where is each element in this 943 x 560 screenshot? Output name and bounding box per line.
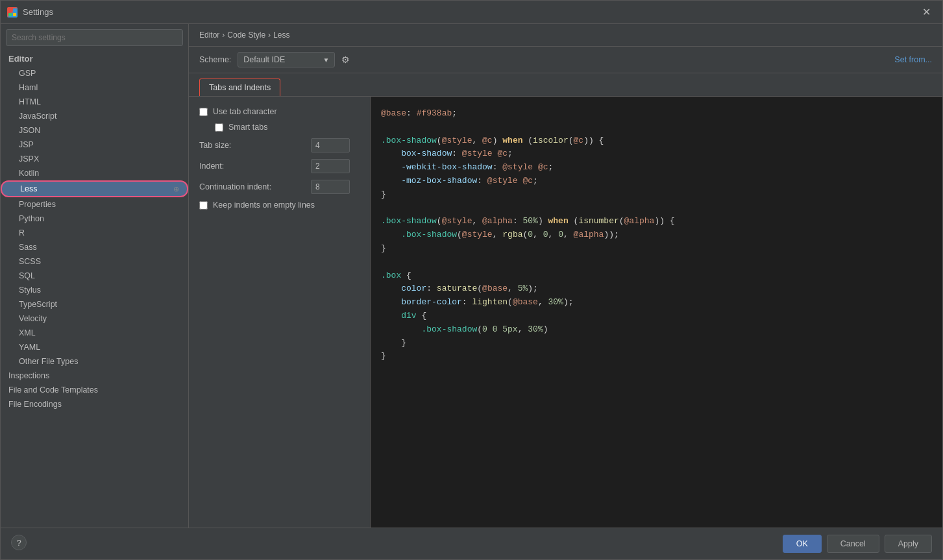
indent-input[interactable] <box>311 159 350 173</box>
sidebar-item-less[interactable]: Less ⊕ <box>1 180 188 197</box>
sidebar-group-editor[interactable]: Editor <box>1 51 188 66</box>
use-tab-character-row: Use tab character <box>199 107 360 116</box>
smart-tabs-checkbox[interactable] <box>215 123 223 132</box>
sidebar-item-file-and-code-templates[interactable]: File and Code Templates ⊕ <box>1 383 188 397</box>
code-line-blank-3 <box>381 256 932 269</box>
sidebar-item-haml[interactable]: Haml ⊕ <box>1 80 188 95</box>
tabs-bar: Tabs and Indents <box>189 73 942 97</box>
svg-rect-1 <box>13 8 16 12</box>
code-line-19: } <box>381 350 932 363</box>
sidebar: Editor GSP ⊕ Haml ⊕ HTML ⊕ JavaScript ⊕ <box>1 24 189 528</box>
use-tab-character-label: Use tab character <box>213 107 277 116</box>
sidebar-item-stylus[interactable]: Stylus ⊕ <box>1 283 188 297</box>
sidebar-list: Editor GSP ⊕ Haml ⊕ HTML ⊕ JavaScript ⊕ <box>1 51 188 528</box>
smart-tabs-row: Smart tabs <box>199 123 360 132</box>
code-line-15: border-color: lighten(@base, 30%); <box>381 296 932 310</box>
content-area: Use tab character Smart tabs Tab size: I… <box>189 97 942 528</box>
code-line-10: .box-shadow(@style, rgba(0, 0, 0, @alpha… <box>381 228 932 242</box>
code-line-14: color: saturate(@base, 5%); <box>381 282 932 296</box>
set-from-link[interactable]: Set from... <box>894 55 932 64</box>
code-line-16: div { <box>381 310 932 323</box>
breadcrumb-less: Less <box>273 30 289 40</box>
sidebar-item-yaml[interactable]: YAML ⊕ <box>1 340 188 354</box>
svg-rect-0 <box>8 8 12 12</box>
close-button[interactable]: ✕ <box>917 3 936 21</box>
code-line-17: .box-shadow(0 0 5px, 30%) <box>381 323 932 337</box>
dialog-body: Editor GSP ⊕ Haml ⊕ HTML ⊕ JavaScript ⊕ <box>1 24 942 528</box>
breadcrumb-sep-2: › <box>268 30 271 40</box>
sidebar-item-velocity[interactable]: Velocity ⊕ <box>1 311 188 326</box>
code-line-18: } <box>381 337 932 350</box>
code-line-blank-1 <box>381 121 932 134</box>
sidebar-item-sass[interactable]: Sass ⊕ <box>1 240 188 254</box>
sidebar-item-jsp[interactable]: JSP ⊕ <box>1 138 188 152</box>
smart-tabs-label: Smart tabs <box>228 123 267 132</box>
continuation-indent-input[interactable] <box>311 180 350 194</box>
sidebar-item-sql[interactable]: SQL ⊕ <box>1 269 188 283</box>
indent-label: Indent: <box>199 162 303 171</box>
sidebar-item-javascript[interactable]: JavaScript ⊕ <box>1 109 188 123</box>
dialog-footer: ? OK Cancel Apply <box>1 528 942 559</box>
title-bar: Settings ✕ <box>1 1 942 24</box>
dialog-title: Settings <box>23 7 53 17</box>
title-bar-left: Settings <box>7 7 53 18</box>
apply-button[interactable]: Apply <box>885 535 932 553</box>
indent-row: Indent: <box>199 159 360 173</box>
search-input[interactable] <box>6 29 183 46</box>
ok-button[interactable]: OK <box>783 535 822 553</box>
sidebar-item-scss[interactable]: SCSS ⊕ <box>1 254 188 269</box>
breadcrumb: Editor › Code Style › Less <box>189 24 942 47</box>
code-line-7: } <box>381 188 932 202</box>
code-line-4: box-shadow: @style @c; <box>381 147 932 161</box>
tab-size-input[interactable] <box>311 138 350 152</box>
scheme-value: Default IDE <box>243 55 285 64</box>
cancel-button[interactable]: Cancel <box>827 535 879 553</box>
main-content: Editor › Code Style › Less Scheme: Defau… <box>189 24 942 528</box>
settings-panel: Use tab character Smart tabs Tab size: I… <box>189 97 371 528</box>
sidebar-item-gsp[interactable]: GSP ⊕ <box>1 66 188 80</box>
sidebar-item-typescript[interactable]: TypeScript ⊕ <box>1 297 188 311</box>
scheme-label: Scheme: <box>199 55 231 64</box>
scheme-dropdown[interactable]: Default IDE ▼ <box>238 52 335 67</box>
use-tab-character-checkbox[interactable] <box>199 108 208 116</box>
code-line-3: .box-shadow(@style, @c) when (iscolor(@c… <box>381 134 932 148</box>
code-line-6: -moz-box-shadow: @style @c; <box>381 175 932 188</box>
code-line-blank-2 <box>381 202 932 215</box>
sidebar-item-html[interactable]: HTML ⊕ <box>1 95 188 109</box>
tab-size-label: Tab size: <box>199 141 303 150</box>
app-icon <box>7 7 18 18</box>
gear-icon[interactable]: ⚙ <box>341 55 350 65</box>
sidebar-item-kotlin[interactable]: Kotlin ⊕ <box>1 166 188 180</box>
sidebar-item-properties[interactable]: Properties ⊕ <box>1 197 188 212</box>
code-line-13: .box { <box>381 269 932 283</box>
svg-rect-3 <box>13 13 16 16</box>
scheme-bar: Scheme: Default IDE ▼ ⚙ Set from... <box>189 47 942 73</box>
keep-indents-label: Keep indents on empty lines <box>213 201 315 210</box>
breadcrumb-code-style: Code Style <box>227 30 265 40</box>
code-line-1: @base: #f938ab; <box>381 107 932 121</box>
sidebar-item-inspections[interactable]: Inspections ⊕ <box>1 369 188 383</box>
sidebar-item-python[interactable]: Python ⊕ <box>1 212 188 226</box>
breadcrumb-editor: Editor <box>199 30 219 40</box>
code-line-11: } <box>381 242 932 256</box>
code-line-9: .box-shadow(@style, @alpha: 50%) when (i… <box>381 215 932 228</box>
sidebar-item-file-encodings[interactable]: File Encodings ⊕ <box>1 397 188 411</box>
keep-indents-row: Keep indents on empty lines <box>199 201 360 210</box>
keep-indents-checkbox[interactable] <box>199 201 208 210</box>
svg-rect-2 <box>8 13 12 16</box>
breadcrumb-sep-1: › <box>222 30 225 40</box>
continuation-indent-row: Continuation indent: <box>199 180 360 194</box>
code-line-5: -webkit-box-shadow: @style @c; <box>381 161 932 175</box>
sidebar-item-r[interactable]: R ⊕ <box>1 226 188 240</box>
sidebar-item-jspx[interactable]: JSPX ⊕ <box>1 152 188 166</box>
sidebar-item-json[interactable]: JSON ⊕ <box>1 123 188 138</box>
settings-dialog: Settings ✕ Editor GSP ⊕ Haml ⊕ HTML <box>0 0 943 560</box>
sidebar-item-xml[interactable]: XML ⊕ <box>1 326 188 340</box>
sidebar-item-other-file-types[interactable]: Other File Types ⊕ <box>1 354 188 369</box>
help-button[interactable]: ? <box>11 535 27 550</box>
tab-size-row: Tab size: <box>199 138 360 152</box>
continuation-indent-label: Continuation indent: <box>199 182 303 191</box>
copy-icon-less: ⊕ <box>173 185 179 193</box>
tab-tabs-and-indents[interactable]: Tabs and Indents <box>199 79 280 96</box>
chevron-down-icon: ▼ <box>323 56 329 64</box>
